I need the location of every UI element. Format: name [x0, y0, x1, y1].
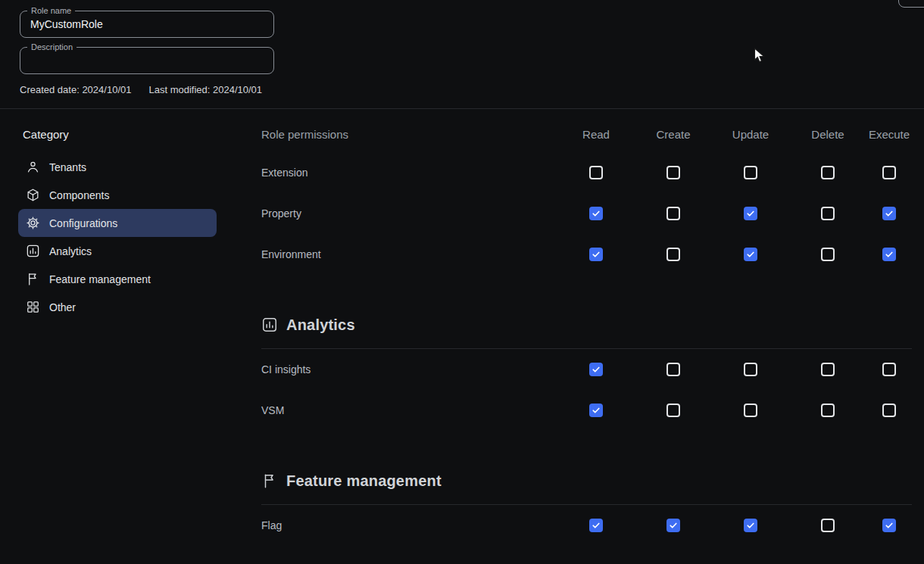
checkbox-property-delete[interactable] [821, 207, 835, 220]
column-header-create: Create [635, 128, 712, 141]
sidebar-item-components[interactable]: Components [18, 181, 217, 209]
bar-chart-icon [261, 316, 278, 333]
section-title: Analytics [286, 316, 355, 334]
checkbox-vsm-update[interactable] [744, 404, 757, 417]
checkbox-extension-update[interactable] [744, 166, 757, 179]
sidebar-item-analytics[interactable]: Analytics [18, 237, 217, 265]
checkbox-flag-read[interactable] [589, 519, 603, 532]
permissions-title: Role permissions [261, 128, 557, 141]
checkbox-property-create[interactable] [666, 207, 680, 220]
checkbox-property-update[interactable] [744, 207, 757, 220]
sidebar-list: TenantsComponentsConfigurationsAnalytics… [18, 153, 217, 321]
section-title: Feature management [286, 472, 442, 490]
sidebar-item-tenants[interactable]: Tenants [18, 153, 217, 181]
checkbox-environment-execute[interactable] [882, 248, 896, 261]
package-icon [25, 188, 40, 203]
checkbox-property-execute[interactable] [882, 207, 896, 220]
grid-icon [25, 300, 40, 315]
checkbox-flag-update[interactable] [744, 519, 757, 532]
section-header-analytics: Analytics [261, 314, 912, 335]
column-header-read: Read [557, 128, 635, 141]
sidebar-item-label: Components [49, 189, 109, 201]
role-name-field: Role name [20, 11, 274, 38]
flag-icon [25, 272, 40, 287]
category-sidebar: Category TenantsComponentsConfigurations… [18, 126, 217, 321]
checkbox-flag-delete[interactable] [821, 519, 835, 532]
section-header-feature-management: Feature management [261, 470, 912, 491]
permission-row-environment: Environment [261, 234, 912, 275]
checkbox-environment-delete[interactable] [821, 248, 835, 261]
permission-row-ci-insights: CI insights [261, 349, 912, 390]
permissions-header: Role permissions ReadCreateUpdateDeleteE… [261, 126, 912, 142]
permission-row-extension: Extension [261, 152, 912, 193]
checkbox-vsm-create[interactable] [666, 404, 680, 417]
sidebar-item-label: Other [49, 301, 76, 313]
permission-row-vsm: VSM [261, 390, 912, 431]
checkbox-extension-create[interactable] [666, 166, 680, 179]
checkbox-environment-read[interactable] [589, 248, 603, 261]
sidebar-item-label: Tenants [49, 161, 86, 173]
checkbox-ci-insights-delete[interactable] [821, 363, 835, 376]
checkbox-extension-read[interactable] [589, 166, 603, 179]
permission-name: Extension [261, 167, 557, 179]
checkbox-vsm-read[interactable] [589, 404, 603, 417]
checkbox-flag-execute[interactable] [882, 519, 896, 532]
checkbox-ci-insights-execute[interactable] [882, 363, 896, 376]
sidebar-item-configurations[interactable]: Configurations [18, 209, 217, 237]
checkbox-ci-insights-create[interactable] [666, 363, 680, 376]
person-icon [25, 160, 40, 175]
mouse-cursor [754, 48, 766, 67]
top-right-partial-button[interactable] [898, 0, 924, 8]
column-header-update: Update [712, 128, 789, 141]
permission-name: Property [261, 207, 557, 220]
sidebar-item-label: Feature management [49, 273, 151, 285]
created-date: Created date: 2024/10/01 [20, 84, 131, 95]
checkbox-vsm-delete[interactable] [821, 404, 835, 417]
gear-icon [25, 216, 40, 231]
sidebar-item-label: Configurations [49, 217, 117, 229]
checkbox-vsm-execute[interactable] [882, 404, 896, 417]
permission-name: VSM [261, 404, 557, 416]
checkbox-ci-insights-update[interactable] [744, 363, 757, 376]
permission-name: CI insights [261, 363, 557, 375]
last-modified: Last modified: 2024/10/01 [148, 84, 262, 95]
checkbox-property-read[interactable] [589, 207, 603, 220]
checkbox-extension-execute[interactable] [882, 166, 896, 179]
permissions-table: Role permissions ReadCreateUpdateDeleteE… [261, 126, 912, 546]
permission-name: Environment [261, 248, 557, 260]
checkbox-extension-delete[interactable] [821, 166, 835, 179]
checkbox-environment-update[interactable] [744, 248, 757, 261]
checkbox-flag-create[interactable] [666, 519, 680, 532]
permission-row-flag: Flag [261, 505, 912, 546]
sidebar-item-feature-management[interactable]: Feature management [18, 265, 217, 293]
role-name-label: Role name [27, 5, 75, 17]
permission-row-property: Property [261, 193, 912, 234]
bar-chart-icon [25, 244, 40, 259]
permissions-body: ExtensionPropertyEnvironmentAnalyticsCI … [261, 142, 912, 546]
checkbox-ci-insights-read[interactable] [589, 363, 603, 376]
sidebar-item-other[interactable]: Other [18, 293, 217, 321]
meta-row: Created date: 2024/10/01 Last modified: … [20, 84, 262, 95]
description-field: Description [20, 47, 274, 74]
header-divider [0, 108, 924, 109]
permission-name: Flag [261, 519, 557, 531]
sidebar-title: Category [18, 126, 217, 153]
role-permissions-page: Role name Description Created date: 2024… [0, 0, 924, 564]
column-header-execute: Execute [866, 128, 912, 141]
sidebar-item-label: Analytics [49, 245, 92, 257]
description-label: Description [27, 42, 76, 53]
flag-icon [261, 472, 278, 489]
checkbox-environment-create[interactable] [666, 248, 680, 261]
column-header-delete: Delete [789, 128, 866, 141]
